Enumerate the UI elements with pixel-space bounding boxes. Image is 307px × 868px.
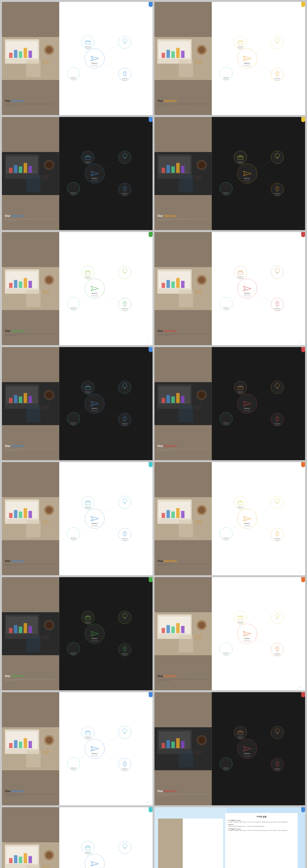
slide-text-10: Our Services Lorem ipsum dolor sit amet,… [158, 559, 210, 566]
slide-body-2: Lorem ipsum dolor sit amet, consectetur … [158, 103, 210, 106]
svg-line-110 [95, 174, 122, 189]
svg-line-298 [95, 404, 122, 418]
circles-svg-2: Services 1 Lorem ipsum dolor sit amet, c… [212, 2, 305, 115]
svg-text:Lorem ipsum dolor sit: Lorem ipsum dolor sit [237, 163, 244, 163]
credits-body: 1. PPT 탬플릿(PPT Template) 이 파일에는 PPT 탬플릿이… [228, 820, 295, 832]
svg-rect-665 [29, 856, 32, 863]
svg-line-624 [242, 735, 247, 749]
photo-area-11 [2, 577, 59, 690]
svg-text:Services 3: Services 3 [85, 161, 91, 162]
svg-text:consectetur: consectetur [86, 854, 90, 855]
title-services: Services [164, 329, 177, 333]
svg-point-501 [123, 613, 127, 618]
circles-area-7: Services 1 Lorem ipsum dolor sit amet, c… [59, 347, 152, 460]
svg-point-292 [46, 392, 53, 399]
svg-rect-7 [29, 51, 32, 58]
circles-area-8: Services 1 Lorem ipsum dolor sit amet, c… [212, 347, 305, 460]
circles-area-15: Services 1 Lorem ipsum dolor sit amet, c… [59, 807, 152, 868]
svg-rect-293 [42, 405, 49, 409]
svg-text:Lorem ipsum dolor sit: Lorem ipsum dolor sit [243, 755, 251, 756]
svg-rect-617 [176, 738, 180, 748]
svg-line-61 [247, 43, 276, 59]
svg-rect-567 [9, 743, 12, 748]
title-services: Services [11, 789, 24, 793]
slide-8: Our Services Lorem ipsum dolor sit amet,… [155, 347, 305, 460]
svg-text:Services 2: Services 2 [223, 77, 229, 78]
slide-body-8: Lorem ipsum dolor sit amet, consectetur … [158, 448, 210, 451]
svg-line-323 [123, 420, 125, 422]
svg-rect-662 [14, 855, 17, 863]
svg-text:Lorem ipsum dolor sit: Lorem ipsum dolor sit [243, 410, 251, 411]
bookmark-2 [301, 2, 305, 7]
svg-point-274 [271, 298, 283, 311]
svg-text:Lorem ipsum dolor sit: Lorem ipsum dolor sit [223, 194, 229, 194]
svg-rect-616 [171, 742, 175, 748]
svg-rect-166 [239, 155, 242, 157]
svg-rect-528 [195, 635, 202, 639]
svg-text:Services 2: Services 2 [223, 652, 229, 653]
svg-point-651 [276, 761, 279, 766]
svg-text:Lorem ipsum dolor sit: Lorem ipsum dolor sit [91, 180, 98, 181]
svg-line-533 [247, 634, 275, 649]
svg-text:Services 3: Services 3 [85, 736, 91, 738]
circles-svg-12: Services 1 Lorem ipsum dolor sit amet, c… [212, 577, 305, 690]
svg-text:Lorem ipsum dolor sit: Lorem ipsum dolor sit [274, 654, 280, 655]
svg-line-203 [74, 289, 95, 302]
svg-line-108 [95, 158, 124, 174]
slide-body-14: Lorem ipsum dolor sit amet, consectetur … [158, 794, 210, 796]
svg-text:amet, consectetur: amet, consectetur [244, 181, 250, 182]
svg-rect-242 [181, 281, 184, 288]
svg-point-151 [198, 161, 205, 168]
svg-rect-429 [176, 508, 180, 518]
slide-9: Our Services Lorem ipsum dolor sit amet,… [2, 462, 152, 575]
svg-text:consectetur: consectetur [123, 655, 127, 656]
svg-rect-99 [19, 166, 22, 173]
svg-text:Services 3: Services 3 [238, 506, 243, 507]
credits-left: Our Services [155, 807, 227, 868]
slide-10: Our Services Lorem ipsum dolor sit amet,… [155, 462, 305, 575]
svg-line-41 [123, 75, 125, 76]
svg-text:consectetur: consectetur [72, 655, 75, 656]
title-our: Our [5, 444, 11, 448]
svg-text:consectetur: consectetur [276, 195, 279, 196]
svg-text:Services 1: Services 1 [92, 523, 98, 524]
svg-rect-430 [181, 511, 184, 518]
photo-area-9 [2, 462, 59, 575]
svg-line-113 [92, 174, 95, 175]
svg-text:consectetur: consectetur [86, 279, 90, 280]
svg-rect-388 [26, 520, 40, 537]
svg-text:consectetur: consectetur [224, 425, 228, 426]
svg-line-677 [92, 864, 95, 865]
svg-text:Lorem ipsum dolor sit: Lorem ipsum dolor sit [223, 654, 229, 655]
circles-area-13: Services 1 Lorem ipsum dolor sit amet, c… [59, 692, 152, 805]
bookmark-7 [149, 347, 152, 352]
title-services: Services [164, 789, 177, 793]
svg-line-512 [125, 650, 126, 652]
svg-text:Services 2: Services 2 [223, 767, 229, 769]
slide-text-13: Our Services Lorem ipsum dolor sit amet,… [5, 789, 58, 796]
svg-rect-97 [9, 168, 12, 173]
svg-point-604 [123, 761, 126, 766]
svg-point-364 [220, 412, 232, 425]
svg-text:consectetur: consectetur [239, 624, 242, 625]
svg-rect-53 [176, 48, 180, 58]
svg-point-252 [237, 279, 257, 299]
svg-point-621 [198, 737, 205, 744]
svg-point-560 [277, 648, 278, 649]
svg-text:Lorem ipsum dolor sit: Lorem ipsum dolor sit [122, 539, 128, 540]
svg-line-343 [247, 388, 276, 404]
svg-point-603 [118, 758, 131, 771]
svg-rect-212 [85, 271, 91, 275]
slide-body-4: Lorem ipsum dolor sit amet, consectetur … [158, 218, 210, 221]
svg-rect-294 [26, 405, 40, 422]
svg-rect-435 [179, 520, 193, 537]
bookmark-8 [301, 347, 305, 352]
svg-line-254 [245, 289, 247, 290]
svg-point-124 [118, 151, 131, 163]
svg-point-40 [123, 71, 126, 76]
slide-text-7: Our Services Lorem ipsum dolor sit amet,… [5, 444, 58, 451]
svg-line-673 [74, 864, 95, 868]
svg-text:Lorem ipsum dolor sit: Lorem ipsum dolor sit [122, 194, 128, 195]
svg-text:Lorem ipsum dolor sit: Lorem ipsum dolor sit [91, 525, 98, 526]
svg-line-14 [95, 43, 124, 59]
